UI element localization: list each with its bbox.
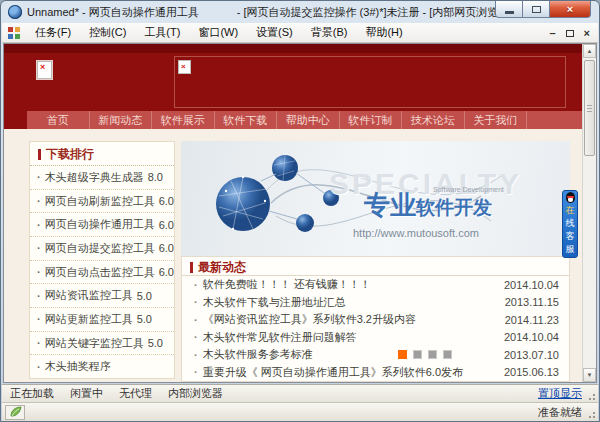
list-item[interactable]: 网站更新监控工具5.0 xyxy=(30,308,174,332)
menu-bar: 任务(F) 控制(C) 工具(T) 窗口(W) 设置(S) 背景(B) 帮助(H… xyxy=(2,23,598,43)
nav-strip: 首页 新闻动态 软件展示 软件下载 帮助中心 软件订制 技术论坛 关于我们 xyxy=(27,111,582,129)
news-item[interactable]: 木头软件常见软件注册问题解答2014.10.04 xyxy=(182,329,569,347)
leaf-button[interactable] xyxy=(5,405,25,420)
menu-settings[interactable]: 设置(S) xyxy=(247,23,302,42)
window-controls: × xyxy=(496,1,591,18)
carousel-pagination xyxy=(398,350,452,359)
red-bar-icon xyxy=(38,149,41,160)
nav-tab-news[interactable]: 新闻动态 xyxy=(90,111,153,129)
mdi-restore-icon[interactable] xyxy=(566,30,574,37)
panel-header: 下载排行 xyxy=(30,142,174,166)
pagination-dot[interactable] xyxy=(428,350,437,359)
browser-status-bar: 正在加载 闲置中 无代理 内部浏览器 置顶显示 xyxy=(2,384,598,402)
hero-url: http://www.mutousoft.com xyxy=(353,227,479,239)
nav-tab-help[interactable]: 帮助中心 xyxy=(277,111,340,129)
download-ranking-panel: 下载排行 木头超级字典生成器8.0 网页自动刷新监控工具6.0 网页自动操作通用… xyxy=(29,141,175,379)
scrollbar-thumb[interactable] xyxy=(584,60,595,156)
status-browser-mode: 内部浏览器 xyxy=(160,386,231,401)
menu-help[interactable]: 帮助(H) xyxy=(356,23,411,42)
close-button[interactable]: × xyxy=(549,1,591,18)
pagination-dot[interactable] xyxy=(443,350,452,359)
list-item[interactable]: 木头抽奖程序 xyxy=(30,355,174,378)
browser-area: × × 首页 新闻动态 软件展示 软件下载 帮助中心 软件订制 技术论坛 关于我… xyxy=(3,43,597,383)
nav-tab-custom[interactable]: 软件订制 xyxy=(340,111,403,129)
list-item[interactable]: 网页自动刷新监控工具6.0 xyxy=(30,190,174,214)
minimize-icon xyxy=(505,11,514,14)
minimize-button[interactable] xyxy=(495,1,523,18)
hero-image: SPECIALTY Software Development 专业软件开发 ht… xyxy=(181,141,570,256)
child-window-title: - [网页自动提交监控操作 (3#)*]未注册 - [内部网页浏览器] xyxy=(237,5,513,20)
hero-title-cn: 专业软件开发 xyxy=(364,188,492,223)
resize-grip-icon[interactable] xyxy=(589,412,595,418)
scroll-up-button[interactable]: ▲ xyxy=(583,44,596,58)
list-item[interactable]: 网页自动提交监控工具6.0 xyxy=(30,237,174,261)
scroll-down-button[interactable]: ▼ xyxy=(583,368,596,382)
qq-penguin-icon xyxy=(565,192,576,204)
status-proxy: 无代理 xyxy=(111,386,160,401)
broken-image-icon: × xyxy=(178,60,191,74)
menu-task[interactable]: 任务(F) xyxy=(26,23,80,42)
pin-on-top-link[interactable]: 置顶显示 xyxy=(538,386,582,401)
pagination-dot-active[interactable] xyxy=(398,350,407,359)
maximize-button[interactable] xyxy=(522,1,550,18)
app-globe-icon xyxy=(8,5,22,19)
resize-grip-icon[interactable] xyxy=(589,394,595,400)
mdi-window-controls: – × xyxy=(549,23,590,43)
app-window: Unnamed* - 网页自动操作通用工具 - [网页自动提交监控操作 (3#)… xyxy=(0,0,600,422)
banner-image-placeholder: × xyxy=(174,56,566,108)
broken-image-icon: × xyxy=(37,61,52,79)
panel-header: 最新动态 xyxy=(182,257,569,276)
news-item[interactable]: 木头软件服务参考标准2013.07.10 xyxy=(182,346,569,364)
menu-window[interactable]: 窗口(W) xyxy=(189,23,247,42)
mdi-close-icon[interactable]: × xyxy=(584,27,590,39)
news-item[interactable]: 重要升级《 网页自动操作通用工具》系列软件6.0发布2015.06.13 xyxy=(182,364,569,382)
nav-bar: 首页 新闻动态 软件展示 软件下载 帮助中心 软件订制 技术论坛 关于我们 xyxy=(4,111,582,129)
ready-status: 准备就绪 xyxy=(538,405,582,420)
news-item[interactable]: 《网站资讯监控工具》系列软件3.2升级内容2014.11.23 xyxy=(182,311,569,329)
list-item[interactable]: 网页自动点击监控工具6.0 xyxy=(30,261,174,285)
close-icon: × xyxy=(567,3,573,15)
status-loading: 正在加载 xyxy=(2,386,62,401)
nav-tab-showcase[interactable]: 软件展示 xyxy=(152,111,215,129)
list-item[interactable]: 木头超级字典生成器8.0 xyxy=(30,166,174,190)
scroll-up-icon: ▲ xyxy=(587,48,593,54)
list-item[interactable]: 网站关键字监控工具5.0 xyxy=(30,332,174,356)
document-icon[interactable] xyxy=(8,27,20,39)
list-item[interactable]: 网站资讯监控工具5.0 xyxy=(30,284,174,308)
nav-tab-about[interactable]: 关于我们 xyxy=(465,111,528,129)
panel-title: 下载排行 xyxy=(46,146,94,163)
online-service-tab[interactable]: 在 线 客 服 xyxy=(562,190,578,258)
panel-title: 最新动态 xyxy=(198,259,246,276)
pagination-dot[interactable] xyxy=(413,350,422,359)
page-top-strip xyxy=(4,44,582,53)
menu-control[interactable]: 控制(C) xyxy=(80,23,135,42)
title-bar[interactable]: Unnamed* - 网页自动操作通用工具 - [网页自动提交监控操作 (3#)… xyxy=(1,1,599,23)
menu-tools[interactable]: 工具(T) xyxy=(135,23,189,42)
nav-tab-download[interactable]: 软件下载 xyxy=(215,111,278,129)
nav-tab-forum[interactable]: 技术论坛 xyxy=(402,111,465,129)
mdi-minimize-icon[interactable]: – xyxy=(549,27,555,39)
app-status-bar: 准备就绪 xyxy=(2,402,598,421)
maximize-icon xyxy=(532,6,541,13)
scroll-down-icon: ▼ xyxy=(587,372,593,378)
nav-tab-home[interactable]: 首页 xyxy=(27,111,90,129)
news-item[interactable]: 软件免费啦！！！ 还有钱赚！！！2014.10.04 xyxy=(182,276,569,294)
header-banner: × × xyxy=(4,53,582,111)
status-idle: 闲置中 xyxy=(62,386,111,401)
red-bar-icon xyxy=(190,262,193,273)
window-title: Unnamed* - 网页自动操作通用工具 xyxy=(27,5,199,20)
news-item[interactable]: 木头软件下载与注册地址汇总2013.11.15 xyxy=(182,294,569,312)
web-page: × × 首页 新闻动态 软件展示 软件下载 帮助中心 软件订制 技术论坛 关于我… xyxy=(4,44,582,382)
leaf-icon xyxy=(9,406,22,418)
latest-news-panel: 最新动态 软件免费啦！！！ 还有钱赚！！！2014.10.04 木头软件下载与注… xyxy=(181,256,570,382)
vertical-scrollbar[interactable]: ▲ ▼ xyxy=(582,44,596,382)
list-item[interactable]: 网页自动操作通用工具6.0 xyxy=(30,213,174,237)
menu-background[interactable]: 背景(B) xyxy=(302,23,357,42)
